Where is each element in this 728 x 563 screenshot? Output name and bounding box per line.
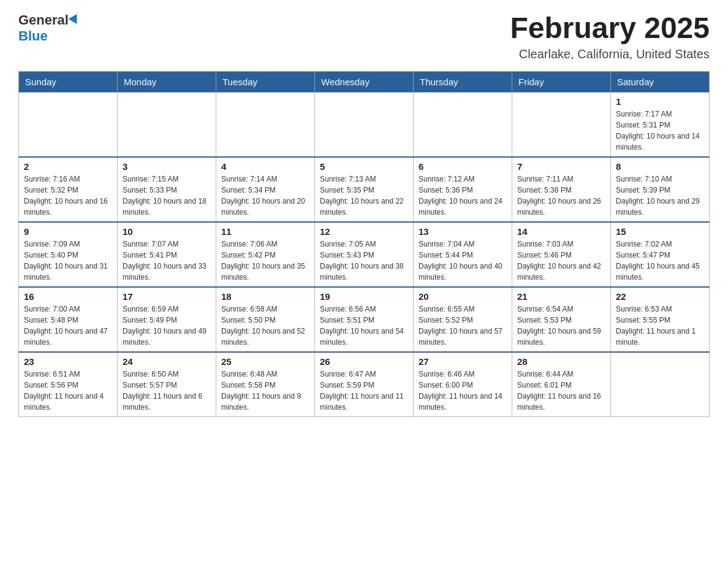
day-info: Sunrise: 6:51 AM Sunset: 5:56 PM Dayligh… bbox=[24, 369, 112, 413]
calendar-table: SundayMondayTuesdayWednesdayThursdayFrid… bbox=[18, 71, 710, 417]
day-info: Sunrise: 6:47 AM Sunset: 5:59 PM Dayligh… bbox=[320, 369, 408, 413]
column-header-friday: Friday bbox=[512, 71, 611, 92]
day-info: Sunrise: 7:14 AM Sunset: 5:34 PM Dayligh… bbox=[221, 174, 309, 218]
day-number: 17 bbox=[123, 291, 211, 302]
day-number: 4 bbox=[221, 161, 309, 172]
calendar-cell: 1Sunrise: 7:17 AM Sunset: 5:31 PM Daylig… bbox=[611, 92, 710, 157]
calendar-cell: 26Sunrise: 6:47 AM Sunset: 5:59 PM Dayli… bbox=[315, 352, 414, 417]
day-number: 2 bbox=[24, 161, 112, 172]
day-number: 10 bbox=[123, 226, 211, 237]
column-header-monday: Monday bbox=[118, 71, 216, 92]
calendar-cell: 16Sunrise: 7:00 AM Sunset: 5:48 PM Dayli… bbox=[19, 287, 118, 352]
day-number: 18 bbox=[221, 291, 309, 302]
column-header-wednesday: Wednesday bbox=[315, 71, 414, 92]
day-number: 5 bbox=[320, 161, 408, 172]
calendar-cell: 28Sunrise: 6:44 AM Sunset: 6:01 PM Dayli… bbox=[512, 352, 611, 417]
day-number: 21 bbox=[517, 291, 605, 302]
column-header-tuesday: Tuesday bbox=[216, 71, 315, 92]
calendar-cell bbox=[315, 92, 414, 157]
day-number: 25 bbox=[221, 356, 309, 367]
logo: General Blue bbox=[18, 12, 80, 44]
day-number: 19 bbox=[320, 291, 408, 302]
day-number: 14 bbox=[517, 226, 605, 237]
column-header-saturday: Saturday bbox=[611, 71, 710, 92]
calendar-cell bbox=[414, 92, 512, 157]
column-header-sunday: Sunday bbox=[19, 71, 118, 92]
day-number: 15 bbox=[616, 226, 704, 237]
logo-general-text: General bbox=[18, 12, 69, 28]
calendar-cell: 9Sunrise: 7:09 AM Sunset: 5:40 PM Daylig… bbox=[19, 222, 118, 287]
day-number: 3 bbox=[123, 161, 211, 172]
calendar-cell: 25Sunrise: 6:48 AM Sunset: 5:58 PM Dayli… bbox=[216, 352, 315, 417]
day-number: 22 bbox=[616, 291, 704, 302]
day-info: Sunrise: 6:44 AM Sunset: 6:01 PM Dayligh… bbox=[517, 369, 605, 413]
day-info: Sunrise: 7:00 AM Sunset: 5:48 PM Dayligh… bbox=[24, 304, 112, 348]
day-number: 28 bbox=[517, 356, 605, 367]
day-info: Sunrise: 7:06 AM Sunset: 5:42 PM Dayligh… bbox=[221, 239, 309, 283]
calendar-cell: 14Sunrise: 7:03 AM Sunset: 5:46 PM Dayli… bbox=[512, 222, 611, 287]
day-info: Sunrise: 7:11 AM Sunset: 5:38 PM Dayligh… bbox=[517, 174, 605, 218]
day-number: 16 bbox=[24, 291, 112, 302]
day-info: Sunrise: 7:15 AM Sunset: 5:33 PM Dayligh… bbox=[123, 174, 211, 218]
calendar-subtitle: Clearlake, California, United States bbox=[510, 47, 710, 61]
day-number: 8 bbox=[616, 161, 704, 172]
calendar-week-row: 16Sunrise: 7:00 AM Sunset: 5:48 PM Dayli… bbox=[19, 287, 710, 352]
calendar-week-row: 23Sunrise: 6:51 AM Sunset: 5:56 PM Dayli… bbox=[19, 352, 710, 417]
calendar-cell: 13Sunrise: 7:04 AM Sunset: 5:44 PM Dayli… bbox=[414, 222, 512, 287]
day-number: 1 bbox=[616, 96, 704, 107]
day-number: 12 bbox=[320, 226, 408, 237]
day-info: Sunrise: 7:02 AM Sunset: 5:47 PM Dayligh… bbox=[616, 239, 704, 283]
calendar-cell: 8Sunrise: 7:10 AM Sunset: 5:39 PM Daylig… bbox=[611, 157, 710, 222]
title-block: February 2025 Clearlake, California, Uni… bbox=[510, 12, 710, 61]
day-number: 20 bbox=[419, 291, 507, 302]
column-header-thursday: Thursday bbox=[414, 71, 512, 92]
calendar-cell bbox=[118, 92, 216, 157]
calendar-cell bbox=[611, 352, 710, 417]
day-number: 6 bbox=[419, 161, 507, 172]
day-info: Sunrise: 7:17 AM Sunset: 5:31 PM Dayligh… bbox=[616, 109, 704, 153]
day-info: Sunrise: 6:48 AM Sunset: 5:58 PM Dayligh… bbox=[221, 369, 309, 413]
calendar-cell: 10Sunrise: 7:07 AM Sunset: 5:41 PM Dayli… bbox=[118, 222, 216, 287]
calendar-cell: 12Sunrise: 7:05 AM Sunset: 5:43 PM Dayli… bbox=[315, 222, 414, 287]
day-info: Sunrise: 6:55 AM Sunset: 5:52 PM Dayligh… bbox=[419, 304, 507, 348]
page-header: General Blue February 2025 Clearlake, Ca… bbox=[18, 12, 710, 61]
calendar-cell bbox=[216, 92, 315, 157]
day-number: 7 bbox=[517, 161, 605, 172]
day-number: 26 bbox=[320, 356, 408, 367]
day-number: 9 bbox=[24, 226, 112, 237]
calendar-cell: 20Sunrise: 6:55 AM Sunset: 5:52 PM Dayli… bbox=[414, 287, 512, 352]
calendar-cell: 24Sunrise: 6:50 AM Sunset: 5:57 PM Dayli… bbox=[118, 352, 216, 417]
calendar-cell: 15Sunrise: 7:02 AM Sunset: 5:47 PM Dayli… bbox=[611, 222, 710, 287]
calendar-body: 1Sunrise: 7:17 AM Sunset: 5:31 PM Daylig… bbox=[19, 92, 710, 416]
day-info: Sunrise: 7:09 AM Sunset: 5:40 PM Dayligh… bbox=[24, 239, 112, 283]
day-info: Sunrise: 7:03 AM Sunset: 5:46 PM Dayligh… bbox=[517, 239, 605, 283]
day-info: Sunrise: 7:12 AM Sunset: 5:36 PM Dayligh… bbox=[419, 174, 507, 218]
calendar-cell: 18Sunrise: 6:58 AM Sunset: 5:50 PM Dayli… bbox=[216, 287, 315, 352]
day-info: Sunrise: 7:07 AM Sunset: 5:41 PM Dayligh… bbox=[123, 239, 211, 283]
day-number: 24 bbox=[123, 356, 211, 367]
calendar-week-row: 9Sunrise: 7:09 AM Sunset: 5:40 PM Daylig… bbox=[19, 222, 710, 287]
calendar-cell bbox=[512, 92, 611, 157]
calendar-cell: 4Sunrise: 7:14 AM Sunset: 5:34 PM Daylig… bbox=[216, 157, 315, 222]
day-info: Sunrise: 6:50 AM Sunset: 5:57 PM Dayligh… bbox=[123, 369, 211, 413]
calendar-cell: 27Sunrise: 6:46 AM Sunset: 6:00 PM Dayli… bbox=[414, 352, 512, 417]
day-number: 27 bbox=[419, 356, 507, 367]
day-info: Sunrise: 6:56 AM Sunset: 5:51 PM Dayligh… bbox=[320, 304, 408, 348]
day-info: Sunrise: 6:53 AM Sunset: 5:55 PM Dayligh… bbox=[616, 304, 704, 348]
day-info: Sunrise: 7:13 AM Sunset: 5:35 PM Dayligh… bbox=[320, 174, 408, 218]
calendar-cell: 19Sunrise: 6:56 AM Sunset: 5:51 PM Dayli… bbox=[315, 287, 414, 352]
calendar-cell: 22Sunrise: 6:53 AM Sunset: 5:55 PM Dayli… bbox=[611, 287, 710, 352]
day-info: Sunrise: 6:59 AM Sunset: 5:49 PM Dayligh… bbox=[123, 304, 211, 348]
calendar-header: SundayMondayTuesdayWednesdayThursdayFrid… bbox=[19, 71, 710, 92]
day-number: 11 bbox=[221, 226, 309, 237]
day-info: Sunrise: 6:54 AM Sunset: 5:53 PM Dayligh… bbox=[517, 304, 605, 348]
day-info: Sunrise: 6:58 AM Sunset: 5:50 PM Dayligh… bbox=[221, 304, 309, 348]
day-info: Sunrise: 7:05 AM Sunset: 5:43 PM Dayligh… bbox=[320, 239, 408, 283]
calendar-cell: 6Sunrise: 7:12 AM Sunset: 5:36 PM Daylig… bbox=[414, 157, 512, 222]
calendar-cell: 2Sunrise: 7:16 AM Sunset: 5:32 PM Daylig… bbox=[19, 157, 118, 222]
calendar-cell: 3Sunrise: 7:15 AM Sunset: 5:33 PM Daylig… bbox=[118, 157, 216, 222]
day-info: Sunrise: 6:46 AM Sunset: 6:00 PM Dayligh… bbox=[419, 369, 507, 413]
header-row: SundayMondayTuesdayWednesdayThursdayFrid… bbox=[19, 71, 710, 92]
calendar-title: February 2025 bbox=[510, 12, 710, 45]
logo-blue-text: Blue bbox=[18, 28, 48, 44]
